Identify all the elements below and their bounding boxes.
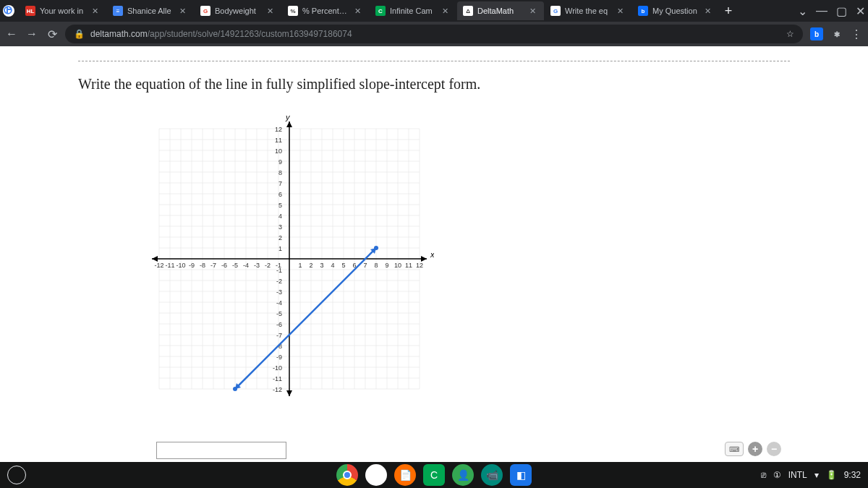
tab-7[interactable]: G Write the eq ✕ [545, 1, 631, 20]
app-icon[interactable]: ✦ [365, 464, 387, 486]
svg-text:-12: -12 [273, 386, 282, 393]
minus-button[interactable]: − [767, 442, 781, 456]
close-icon[interactable]: ✕ [267, 7, 276, 15]
close-window-icon[interactable]: ✕ [856, 4, 865, 18]
more-icon[interactable]: ⋮ [851, 27, 862, 41]
tab-favicon: G [200, 6, 210, 16]
svg-text:3: 3 [320, 262, 323, 269]
chevron-down-icon[interactable]: ⌄ [798, 4, 807, 18]
svg-text:10: 10 [275, 147, 282, 155]
svg-text:x: x [430, 250, 434, 259]
keyboard-button[interactable]: ⌨ [725, 442, 744, 456]
svg-text:-5: -5 [232, 262, 238, 269]
tab-8[interactable]: b My Question ✕ [632, 1, 719, 20]
svg-text:8: 8 [374, 262, 378, 269]
notification-icon[interactable]: ① [773, 470, 781, 480]
svg-marker-52 [152, 256, 158, 262]
window-controls: ⌄ — ▢ ✕ [798, 4, 865, 18]
tab-6-active[interactable]: Δ DeltaMath ✕ [457, 1, 544, 20]
svg-text:9: 9 [385, 262, 388, 269]
extension-icon[interactable]: b [810, 27, 823, 40]
url-text: deltamath.com/app/student/solve/14921263… [90, 29, 780, 39]
svg-text:9: 9 [278, 158, 282, 166]
address-bar[interactable]: 🔒 deltamath.com/app/student/solve/149212… [65, 25, 803, 43]
app-favicon [3, 5, 14, 17]
tab-title: DeltaMath [477, 7, 525, 15]
tab-title: My Question [652, 7, 700, 15]
svg-text:1: 1 [298, 262, 302, 269]
launcher-icon[interactable] [7, 466, 26, 484]
svg-text:2: 2 [278, 234, 282, 241]
tab-favicon: Δ [463, 6, 473, 16]
close-icon[interactable]: ✕ [442, 7, 451, 15]
reload-icon[interactable]: ⟳ [46, 28, 58, 40]
svg-text:-12: -12 [154, 262, 163, 269]
wifi-icon[interactable]: ▾ [814, 470, 819, 480]
svg-text:5: 5 [341, 262, 345, 269]
svg-text:-10: -10 [273, 364, 282, 372]
close-icon[interactable]: ✕ [354, 7, 363, 15]
svg-text:-11: -11 [273, 375, 282, 382]
tab-favicon: C [375, 6, 386, 16]
intl-indicator[interactable]: INTL [788, 470, 807, 480]
svg-line-105 [235, 248, 376, 389]
tab-1[interactable]: HL Your work in ✕ [20, 1, 106, 20]
svg-text:-3: -3 [276, 288, 282, 296]
svg-text:-4: -4 [243, 262, 249, 269]
close-icon[interactable]: ✕ [617, 7, 626, 15]
new-tab-button[interactable]: + [720, 2, 737, 20]
tab-2[interactable]: ≡ Shanice Alle ✕ [107, 1, 194, 20]
tab-favicon: % [288, 6, 298, 16]
maximize-icon[interactable]: ▢ [836, 4, 847, 18]
battery-icon[interactable]: 🔋 [826, 470, 837, 480]
tab-title: Shanice Alle [127, 7, 175, 15]
svg-text:-2: -2 [265, 262, 271, 269]
svg-text:3: 3 [278, 223, 282, 231]
svg-text:-2: -2 [276, 278, 282, 285]
close-icon[interactable]: ✕ [92, 7, 101, 15]
app-icon[interactable]: 👤 [452, 464, 474, 486]
tab-3[interactable]: G Bodyweight ✕ [195, 1, 281, 20]
tab-favicon: ≡ [113, 6, 123, 16]
plus-button[interactable]: + [748, 442, 762, 456]
svg-text:12: 12 [416, 262, 423, 269]
minimize-icon[interactable]: — [816, 4, 827, 17]
svg-text:8: 8 [278, 169, 282, 176]
tab-favicon: HL [25, 6, 35, 16]
answer-input[interactable] [156, 442, 286, 459]
svg-text:7: 7 [363, 262, 367, 269]
tab-title: Infinite Cam [390, 7, 438, 15]
app-icon[interactable]: ◧ [510, 464, 532, 486]
svg-text:-9: -9 [276, 354, 282, 361]
clock[interactable]: 9:32 [844, 470, 861, 480]
star-icon[interactable]: ☆ [786, 29, 794, 39]
graph: x y 12 11 10 9 8 7 6 5 4 3 2 1 -1 -2 -3 … [145, 114, 434, 403]
chrome-icon[interactable] [336, 464, 358, 486]
app-icon[interactable]: 📄 [394, 464, 416, 486]
svg-marker-54 [286, 390, 292, 396]
extensions-icon[interactable]: ✱ [830, 27, 843, 40]
app-icon[interactable]: 📹 [481, 464, 503, 486]
svg-point-109 [374, 246, 378, 250]
svg-text:1: 1 [278, 245, 282, 252]
close-icon[interactable]: ✕ [529, 7, 538, 15]
svg-text:-9: -9 [189, 262, 195, 269]
svg-text:-6: -6 [221, 262, 227, 269]
forward-icon[interactable]: → [26, 28, 38, 40]
svg-marker-53 [286, 121, 292, 127]
tab-4[interactable]: % % Percentage ✕ [282, 1, 369, 20]
svg-text:11: 11 [275, 137, 282, 144]
close-icon[interactable]: ✕ [705, 7, 713, 15]
svg-text:-5: -5 [276, 310, 282, 317]
browser-toolbar: ← → ⟳ 🔒 deltamath.com/app/student/solve/… [0, 22, 868, 46]
tab-5[interactable]: C Infinite Cam ✕ [370, 1, 456, 20]
svg-text:-7: -7 [210, 262, 216, 269]
close-icon[interactable]: ✕ [179, 7, 188, 15]
tab-title: % Percentage [302, 7, 350, 15]
tab-title: Your work in [40, 7, 88, 15]
svg-text:2: 2 [309, 262, 312, 269]
back-icon[interactable]: ← [6, 28, 17, 40]
cast-icon[interactable]: ⎚ [761, 470, 766, 480]
shelf: ✦ 📄 C 👤 📹 ◧ ⎚ ① INTL ▾ 🔋 9:32 [0, 462, 868, 488]
app-icon[interactable]: C [423, 464, 445, 486]
